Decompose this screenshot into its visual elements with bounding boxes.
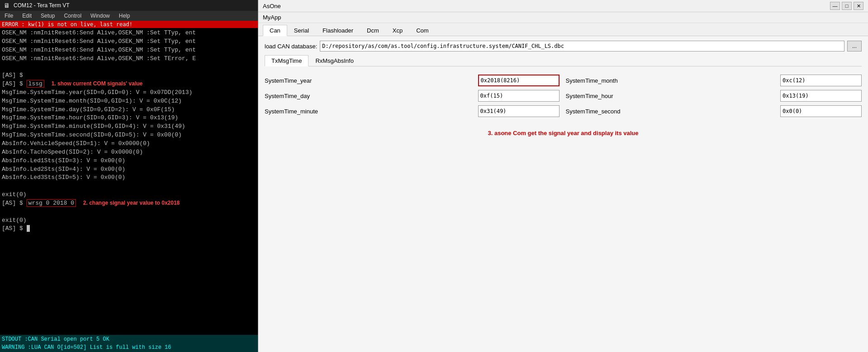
terminal-line: [AS] $	[2, 71, 256, 80]
terminal-line	[2, 63, 256, 71]
terminal-line: OSEK_NM :nmInitReset6:Send Alive,OSEK_NM…	[2, 55, 256, 63]
terminal-title: COM12 - Tera Term VT	[14, 2, 70, 9]
signal-label-month: SystemTime_month	[566, 77, 774, 84]
terminal-line-exit1: exit(0)	[2, 191, 256, 199]
signal-input-second[interactable]	[780, 105, 862, 117]
db-load-row: load CAN database: ...	[265, 41, 862, 52]
terminal-line: MsgTime.SystemTime.year(SID=0,GID=0): V …	[2, 89, 256, 97]
terminal-error-bar: ERROR : kw(1) is not on live, last read!	[0, 21, 258, 28]
close-button[interactable]: ✕	[854, 2, 863, 10]
sub-tabs: TxMsgTime RxMsgAbsInfo	[265, 55, 862, 66]
signal-label-day: SystemTime_day	[265, 93, 472, 99]
terminal-line	[2, 208, 256, 216]
tab-flashloader[interactable]: Flashloader	[316, 25, 360, 36]
terminal-line: OSEK_NM :nmInitReset6:Send Alive,OSEK_NM…	[2, 46, 256, 55]
terminal-line-prompt: [AS] $	[2, 225, 256, 233]
tab-com[interactable]: Com	[409, 25, 435, 36]
minimize-button[interactable]: —	[830, 2, 840, 10]
tab-can[interactable]: Can	[263, 25, 287, 36]
signal-label-second: SystemTime_second	[566, 108, 774, 115]
maximize-button[interactable]: □	[842, 2, 852, 10]
terminal-line: MsgTime.SystemTime.day(SID=0,GID=2): V =…	[2, 106, 256, 114]
terminal-line: OSEK_NM :nmInitReset6:Send Alive,OSEK_NM…	[2, 38, 256, 46]
terminal-line	[2, 182, 256, 191]
signal-input-year[interactable]	[478, 75, 560, 86]
main-tabs: Can Serial Flashloader Dcm Xcp Com	[258, 23, 868, 36]
signal-label-year: SystemTime_year	[265, 77, 472, 84]
db-load-label: load CAN database:	[265, 43, 317, 50]
menu-edit[interactable]: Edit	[18, 12, 36, 20]
menu-file[interactable]: File	[0, 12, 18, 20]
annotation-2: 2. change signal year value to 0x2018	[83, 200, 180, 206]
terminal-line: MsgTime.SystemTime.second(SID=0,GID=5): …	[2, 131, 256, 140]
signal-label-minute: SystemTime_minute	[265, 108, 472, 115]
terminal-menubar: File Edit Setup Control Window Help	[0, 11, 258, 21]
asone-body: load CAN database: ... TxMsgTime RxMsgAb…	[258, 36, 868, 352]
menu-window[interactable]: Window	[86, 12, 114, 20]
annotation-1: 1. show current COM signals' value	[52, 80, 143, 87]
menu-control[interactable]: Control	[59, 12, 86, 20]
menu-help[interactable]: Help	[114, 12, 135, 20]
terminal-status-2: WARNING :LUA CAN O[id=502] List is full …	[2, 343, 256, 352]
db-load-input[interactable]	[320, 41, 844, 52]
terminal-line: AbsInfo.VehicleSpeed(SID=1): V = 0x0000(…	[2, 140, 256, 148]
signals-grid: SystemTime_year SystemTime_month SystemT…	[265, 70, 862, 122]
cmd-wrsg: wrsg 0 2018 0	[27, 199, 76, 207]
subtab-rxmsgabsinfo[interactable]: RxMsgAbsInfo	[308, 55, 360, 66]
terminal-line: AbsInfo.Led1Sts(SID=3): V = 0x00(0)	[2, 157, 256, 165]
terminal-content: OSEK_NM :nmInitReset6:Send Alive,OSEK_NM…	[0, 28, 258, 335]
terminal-panel: 🖥 COM12 - Tera Term VT File Edit Setup C…	[0, 0, 258, 352]
signal-input-minute[interactable]	[478, 105, 560, 117]
asone-window: AsOne — □ ✕ MyApp Can Serial Flashloader…	[258, 0, 868, 352]
terminal-titlebar: 🖥 COM12 - Tera Term VT	[0, 0, 258, 11]
tab-dcm[interactable]: Dcm	[360, 25, 386, 36]
signal-input-day[interactable]	[478, 90, 560, 102]
menu-setup[interactable]: Setup	[36, 12, 59, 20]
annotation-3: 3. asone Com get the signal year and dis…	[265, 125, 862, 141]
tab-serial[interactable]: Serial	[287, 25, 316, 36]
terminal-line: AbsInfo.Led3Sts(SID=5): V = 0x00(0)	[2, 174, 256, 182]
terminal-line: MsgTime.SystemTime.month(SID=0,GID=1): V…	[2, 97, 256, 106]
signal-label-hour: SystemTime_hour	[566, 93, 774, 99]
terminal-line: AbsInfo.Led2Sts(SID=4): V = 0x00(0)	[2, 165, 256, 174]
terminal-line: AbsInfo.TachoSpeed(SID=2): V = 0x0000(0)	[2, 148, 256, 157]
asone-controls: — □ ✕	[830, 2, 863, 10]
terminal-line: MsgTime.SystemTime.hour(SID=0,GID=3): V …	[2, 114, 256, 122]
terminal-line-lssg: [AS] $ lssg 1. show current COM signals'…	[2, 80, 256, 89]
terminal-line-wrsg: [AS] $ wrsg 0 2018 0 2. change signal ye…	[2, 199, 256, 208]
asone-title: AsOne	[263, 3, 281, 9]
terminal-bottom-bar: STDOUT :CAN Serial open port 5 OK WARNIN…	[0, 335, 258, 352]
terminal-line: OSEK_NM :nmInitReset6:Send Alive,OSEK_NM…	[2, 29, 256, 38]
terminal-icon: 🖥	[4, 2, 10, 9]
main-layout: 🖥 COM12 - Tera Term VT File Edit Setup C…	[0, 0, 868, 352]
terminal-line: MsgTime.SystemTime.minute(SID=0,GID=4): …	[2, 122, 256, 131]
terminal-status-1: STDOUT :CAN Serial open port 5 OK	[2, 335, 256, 343]
signal-input-month[interactable]	[780, 75, 862, 86]
cmd-lssg: lssg	[27, 80, 44, 88]
app-label: MyApp	[258, 12, 868, 23]
asone-titlebar: AsOne — □ ✕	[258, 0, 868, 12]
tab-xcp[interactable]: Xcp	[386, 25, 409, 36]
db-load-browse-button[interactable]: ...	[847, 41, 862, 52]
signal-input-hour[interactable]	[780, 90, 862, 102]
terminal-line-exit2: exit(0)	[2, 216, 256, 225]
subtab-txmsgtime[interactable]: TxMsgTime	[265, 55, 308, 66]
